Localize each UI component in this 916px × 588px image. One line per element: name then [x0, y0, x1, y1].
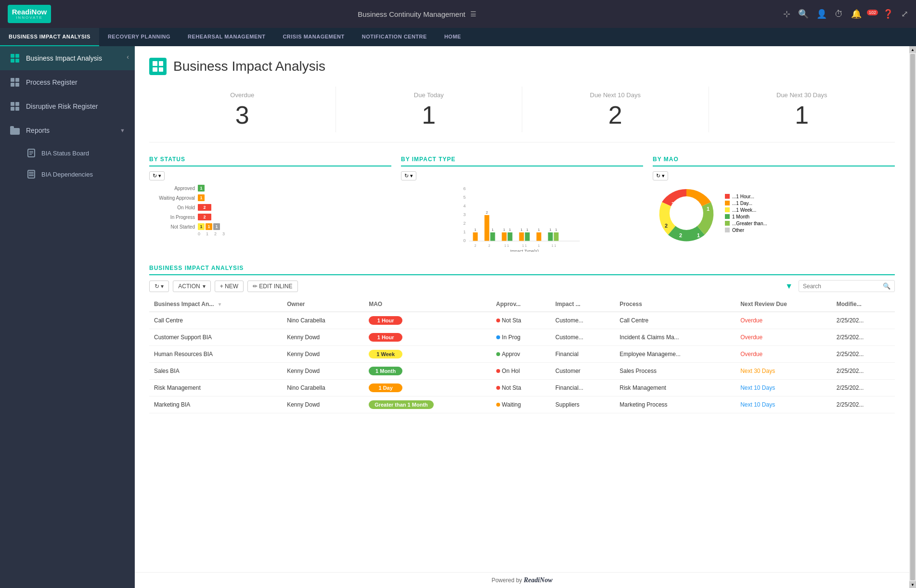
main-content: Business Impact Analysis Overdue 3 Due T… [135, 46, 909, 572]
col-process[interactable]: Process [615, 297, 735, 312]
impact-type-svg: 6 5 4 3 2 1 0 1 2 [401, 184, 643, 252]
col-review[interactable]: Next Review Due [735, 297, 832, 312]
legend-label-1day: ...1 Day... [732, 201, 752, 206]
cell-mao-0: 1 Hour [364, 312, 491, 329]
svg-text:1: 1 [474, 228, 477, 232]
tab-notification[interactable]: NOTIFICATION CENTRE [353, 28, 436, 46]
svg-text:0: 0 [464, 238, 466, 243]
svg-text:1: 1 [520, 228, 523, 232]
cell-approval-0: Not Sta [491, 312, 551, 329]
chart-impact: BY IMPACT TYPE ↻ ▾ 6 5 4 3 2 1 0 [401, 156, 643, 253]
tab-crisis[interactable]: CRISIS MANAGEMENT [274, 28, 353, 46]
filter-icon[interactable]: ▼ [785, 282, 793, 291]
sidebar: ‹ Business Impact Analysis [0, 46, 135, 588]
footer: Powered by ReadiNow [135, 572, 909, 588]
tab-bia[interactable]: BUSINESS IMPACT ANALYSIS [0, 28, 99, 46]
sidebar-item-bia[interactable]: Business Impact Analysis [0, 46, 135, 70]
table-row[interactable]: Call Centre Nino Carabella 1 Hour Not St… [149, 312, 895, 329]
col-impact[interactable]: Impact ... [551, 297, 615, 312]
help-icon[interactable]: ❓ [883, 9, 893, 19]
table-row[interactable]: Risk Management Nino Carabella 1 Day Not… [149, 380, 895, 396]
table-row[interactable]: Marketing BIA Kenny Dowd Greater than 1 … [149, 396, 895, 413]
sidebar-item-reports[interactable]: Reports ▼ [0, 118, 135, 142]
svg-rect-17 [473, 232, 478, 241]
stats-row: Overdue 3 Due Today 1 Due Next 10 Days 2… [149, 87, 895, 142]
mao-legend: ...1 Hour... ...1 Day... ...1 Week... [725, 194, 767, 233]
svg-rect-27 [519, 232, 524, 241]
cell-modified-5: 2/25/202... [832, 396, 895, 413]
cell-process-3: Sales Process [615, 363, 735, 380]
grid-icon [11, 54, 19, 63]
cell-review-3: Next 30 Days [735, 363, 832, 380]
search-input[interactable] [803, 283, 880, 290]
expand-icon[interactable]: ⤢ [901, 9, 908, 19]
bar-seg-orange: 1 [198, 194, 205, 201]
col-approval[interactable]: Approv... [491, 297, 551, 312]
cursor-icon[interactable]: ⊹ [783, 9, 790, 19]
logo-text: ReadiNow [12, 8, 47, 15]
col-mao[interactable]: MAO [364, 297, 491, 312]
edit-inline-button[interactable]: ✏ EDIT INLINE [247, 281, 297, 292]
tab-home[interactable]: HOME [436, 28, 470, 46]
chart-impact-refresh[interactable]: ↻ ▾ [401, 171, 416, 180]
table-row[interactable]: Human Resources BIA Kenny Dowd 1 Week Ap… [149, 346, 895, 363]
sidebar-collapse-button[interactable]: ‹ [127, 53, 129, 61]
col-modified[interactable]: Modifie... [832, 297, 895, 312]
sidebar-item-drr[interactable]: Disruptive Risk Register [0, 94, 135, 118]
cell-review-4: Next 10 Days [735, 380, 832, 396]
logo[interactable]: ReadiNow INNOVATE [8, 5, 51, 23]
tab-recovery[interactable]: RECOVERY PLANNING [99, 28, 179, 46]
search-icon[interactable]: 🔍 [798, 9, 809, 19]
sidebar-item-process[interactable]: Process Register [0, 70, 135, 94]
page-title-row: Business Impact Analysis [149, 58, 895, 75]
cell-impact-3: Customer [551, 363, 615, 380]
history-icon[interactable]: ⏱ [835, 9, 843, 19]
main-layout: ‹ Business Impact Analysis [0, 46, 916, 588]
cell-impact-0: Custome... [551, 312, 615, 329]
scroll-thumb[interactable] [910, 54, 915, 580]
refresh-button[interactable]: ↻ ▾ [149, 281, 169, 292]
table-row[interactable]: Customer Support BIA Kenny Dowd 1 Hour I… [149, 329, 895, 346]
svg-text:1: 1 [464, 230, 466, 234]
svg-text:3: 3 [671, 201, 674, 207]
cell-approval-3: On Hol [491, 363, 551, 380]
svg-rect-19 [485, 215, 490, 241]
svg-text:1: 1 [549, 228, 552, 232]
cell-mao-3: 1 Month [364, 363, 491, 380]
svg-text:Impact Type(s): Impact Type(s) [510, 249, 539, 252]
cell-approval-1: In Prog [491, 329, 551, 346]
new-button[interactable]: + NEW [215, 281, 244, 292]
notifications-icon[interactable]: 🔔 102 [851, 9, 875, 19]
svg-text:1: 1 [707, 206, 710, 212]
bar-seg-green: 1 [198, 185, 205, 192]
cell-approval-2: Approv [491, 346, 551, 363]
hamburger-icon[interactable]: ☰ [470, 10, 477, 18]
scroll-up-button[interactable]: ▲ [909, 46, 916, 53]
bar-segs-notstarted: 1 1 1 [198, 223, 220, 230]
bar-label-notstarted: Not Started [149, 224, 195, 230]
tab-rehearsal[interactable]: REHEARSAL MANAGEMENT [179, 28, 274, 46]
mao-donut-svg: 3 1 1 2 2 [653, 184, 720, 242]
sidebar-sub-bia-status[interactable]: BIA Status Board [0, 142, 135, 164]
search-box[interactable]: 🔍 [799, 280, 895, 292]
svg-text:2: 2 [679, 232, 682, 238]
bar-segs-onhold: 2 [198, 204, 211, 211]
legend-label-1week: ...1 Week... [732, 207, 756, 213]
action-button[interactable]: ACTION ▾ [173, 281, 210, 292]
right-scrollbar[interactable]: ▲ ▼ [909, 46, 916, 588]
scroll-down-button[interactable]: ▼ [909, 581, 916, 588]
svg-rect-29 [525, 232, 530, 241]
chart-mao-refresh[interactable]: ↻ ▾ [653, 171, 668, 180]
sidebar-sub-bia-dep[interactable]: BIA Dependencies [0, 164, 135, 185]
topbar-title: Business Continuity Management ☰ [358, 10, 476, 18]
sidebar-sub-label-bia-dep: BIA Dependencies [41, 171, 93, 178]
chart-mao-controls: ↻ ▾ [653, 171, 895, 180]
col-name[interactable]: Business Impact An... ▼ [149, 297, 282, 312]
svg-rect-4 [29, 153, 33, 153]
chart-status-refresh[interactable]: ↻ ▾ [149, 171, 165, 180]
table-row[interactable]: Sales BIA Kenny Dowd 1 Month On Hol Cust… [149, 363, 895, 380]
svg-text:1: 1 [538, 244, 540, 247]
user-icon[interactable]: 👤 [816, 9, 827, 19]
col-owner[interactable]: Owner [282, 297, 364, 312]
sort-icon-name: ▼ [218, 302, 222, 307]
